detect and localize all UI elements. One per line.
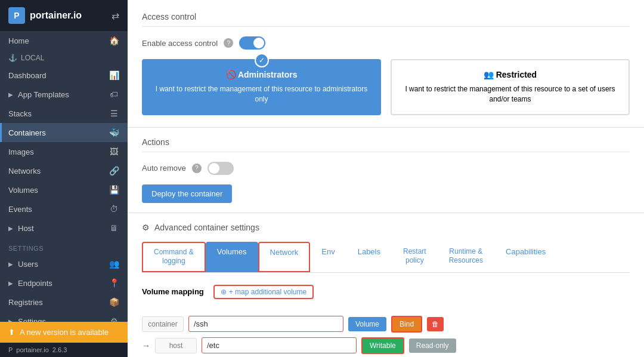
settings-label: Settings xyxy=(18,317,46,322)
logo-icon: P xyxy=(8,7,25,24)
enable-access-label: Enable access control xyxy=(142,39,218,48)
tab-runtime-resources[interactable]: Runtime &Resources xyxy=(438,242,494,272)
advanced-title: ⚙ Advanced container settings xyxy=(142,223,630,232)
containers-icon: 🐳 xyxy=(109,128,119,137)
endpoints-expand-icon: ▶ xyxy=(8,280,13,287)
enable-access-help-icon[interactable]: ? xyxy=(224,38,233,48)
new-version-text: A new version is available xyxy=(20,328,109,337)
host-path-input[interactable] xyxy=(202,337,357,353)
new-version-icon: ⬆ xyxy=(8,328,15,337)
volume-row-host: → host Writable Read-only xyxy=(142,337,630,354)
tab-network[interactable]: Network xyxy=(258,242,311,272)
endpoints-icon: 📍 xyxy=(109,278,119,288)
restricted-title: 👥 Restricted xyxy=(401,70,619,79)
writable-button[interactable]: Writable xyxy=(361,337,404,354)
delete-volume-button[interactable]: 🗑 xyxy=(427,317,444,331)
containers-label: Containers xyxy=(8,128,46,137)
sidebar-item-home[interactable]: Home 🏠 xyxy=(0,31,128,50)
transfer-icon: ⇄ xyxy=(112,10,119,21)
sidebar-item-users[interactable]: ▶ Users 👥 xyxy=(0,254,128,273)
administrators-title: 🚫 Administrators xyxy=(153,70,370,79)
app-templates-icon: 🏷 xyxy=(109,90,119,99)
tab-capabilities[interactable]: Capabilities xyxy=(494,242,557,272)
version-text: 2.6.3 xyxy=(52,346,67,353)
stacks-label: Stacks xyxy=(8,109,32,118)
env-badge: ⚓ LOCAL xyxy=(0,50,128,66)
networks-label: Networks xyxy=(8,167,41,176)
registries-label: Registries xyxy=(8,298,43,307)
sidebar: P portainer.io ⇄ Home 🏠 ⚓ LOCAL Dashboar… xyxy=(0,0,128,357)
volume-mapping-label: Volume mapping xyxy=(142,287,204,296)
sidebar-item-images[interactable]: Images 🖼 xyxy=(0,142,128,161)
sidebar-item-settings[interactable]: ▶ Settings ⚙ xyxy=(0,312,128,322)
auto-remove-toggle[interactable] xyxy=(208,162,234,175)
auto-remove-label: Auto remove xyxy=(142,164,186,173)
sidebar-item-dashboard[interactable]: Dashboard 📊 xyxy=(0,66,128,85)
users-icon: 👥 xyxy=(109,259,119,269)
advanced-section: ⚙ Advanced container settings Command &l… xyxy=(128,213,644,357)
sidebar-item-stacks[interactable]: Stacks ☰ xyxy=(0,104,128,123)
sidebar-item-app-templates[interactable]: ▶ App Templates 🏷 xyxy=(0,85,128,104)
host-label: host xyxy=(155,338,197,353)
restricted-desc: I want to restrict the management of thi… xyxy=(401,84,619,104)
home-label: Home xyxy=(8,36,29,45)
stacks-icon: ☰ xyxy=(109,109,119,118)
administrators-card[interactable]: ✓ 🚫 Administrators I want to restrict th… xyxy=(142,59,381,115)
actions-section: Actions Auto remove ? Deploy the contain… xyxy=(128,128,644,213)
sidebar-item-networks[interactable]: Networks 🔗 xyxy=(0,161,128,180)
events-label: Events xyxy=(8,205,32,214)
volumes-icon: 💾 xyxy=(109,185,119,195)
plus-icon: ⊕ xyxy=(221,288,227,296)
map-additional-volume-button[interactable]: ⊕ + map additional volume xyxy=(213,285,314,299)
gear-icon: ⚙ xyxy=(142,223,150,232)
container-label: container xyxy=(142,316,184,332)
auto-remove-row: Auto remove ? xyxy=(142,162,630,175)
app-templates-label: App Templates xyxy=(18,90,69,99)
users-label: Users xyxy=(18,260,38,269)
volume-button[interactable]: Volume xyxy=(348,317,386,331)
volume-mapping-header: Volume mapping ⊕ + map additional volume xyxy=(142,285,630,306)
container-path-input[interactable] xyxy=(188,316,343,332)
home-icon: 🏠 xyxy=(109,36,119,45)
sidebar-item-endpoints[interactable]: ▶ Endpoints 📍 xyxy=(0,273,128,293)
advanced-title-text: Advanced container settings xyxy=(154,223,259,232)
restricted-card[interactable]: 👥 Restricted I want to restrict the mana… xyxy=(391,59,630,115)
enable-access-control-row: Enable access control ? xyxy=(142,36,630,50)
sidebar-item-containers[interactable]: Containers 🐳 xyxy=(0,123,128,142)
tab-command-logging[interactable]: Command &logging xyxy=(142,242,206,272)
sidebar-item-events[interactable]: Events ⏱ xyxy=(0,199,128,218)
bind-button[interactable]: Bind xyxy=(391,316,422,333)
sidebar-item-volumes[interactable]: Volumes 💾 xyxy=(0,180,128,199)
new-version-banner[interactable]: ⬆ A new version is available xyxy=(0,322,128,343)
volumes-label: Volumes xyxy=(8,186,38,195)
sidebar-item-host[interactable]: ▶ Host 🖥 xyxy=(0,218,128,238)
bottom-logo-icon: P xyxy=(8,346,13,353)
logo-text: portainer.io xyxy=(30,10,82,21)
sidebar-logo: P portainer.io ⇄ xyxy=(0,0,128,31)
tab-restart-policy[interactable]: Restartpolicy xyxy=(392,242,438,272)
tab-volumes[interactable]: Volumes xyxy=(206,242,258,272)
bottom-logo-text: portainer.io xyxy=(16,346,48,353)
main-content: Access control Enable access control ? ✓… xyxy=(128,0,644,357)
sidebar-bottom: P portainer.io 2.6.3 xyxy=(0,343,128,357)
check-mark: ✓ xyxy=(255,53,269,67)
images-icon: 🖼 xyxy=(109,147,119,156)
users-expand-icon: ▶ xyxy=(8,261,13,267)
registries-icon: 📦 xyxy=(109,297,119,307)
sidebar-nav: Home 🏠 ⚓ LOCAL Dashboard 📊 ▶ App Templat… xyxy=(0,31,128,322)
restricted-icon: 👥 xyxy=(484,70,494,79)
enable-access-toggle[interactable] xyxy=(239,36,265,50)
tab-labels[interactable]: Labels xyxy=(346,242,392,272)
settings-icon: ⚙ xyxy=(109,316,119,322)
events-icon: ⏱ xyxy=(109,204,119,214)
settings-section-header: SETTINGS xyxy=(0,238,128,254)
map-additional-text: + map additional volume xyxy=(229,288,306,296)
tab-env[interactable]: Env xyxy=(310,242,346,272)
sidebar-item-registries[interactable]: Registries 📦 xyxy=(0,293,128,312)
arrow-icon: → xyxy=(142,341,150,350)
deploy-button[interactable]: Deploy the container xyxy=(142,184,232,203)
endpoints-label: Endpoints xyxy=(18,279,52,288)
dashboard-icon: 📊 xyxy=(109,70,119,80)
auto-remove-help-icon[interactable]: ? xyxy=(192,164,202,173)
readonly-button[interactable]: Read-only xyxy=(409,338,456,353)
